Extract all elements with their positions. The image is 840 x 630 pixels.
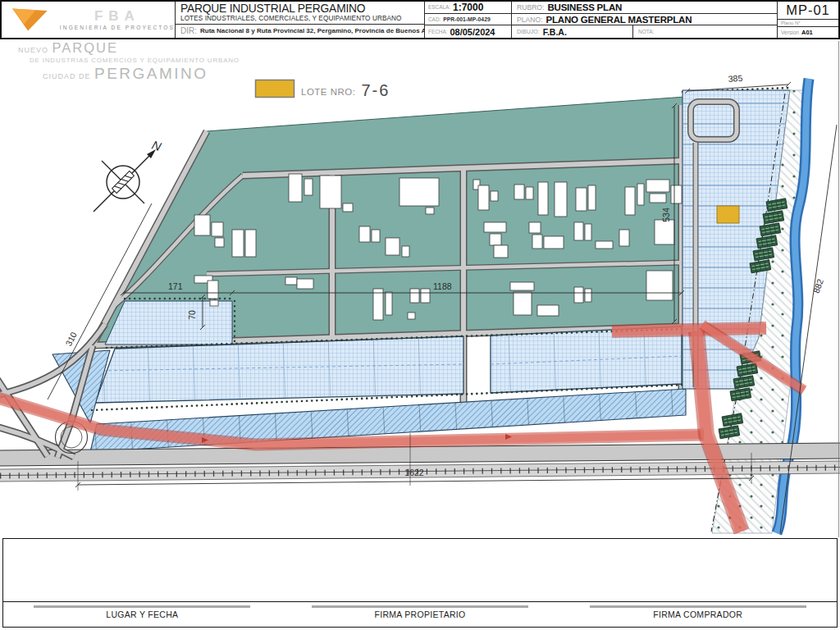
site-plan-drawing: 171 1188 70 310 385 534 882 1622 N bbox=[0, 0, 840, 630]
signature-label-buyer: FIRMA COMPRADOR bbox=[653, 609, 742, 619]
escala-value: 1:7000 bbox=[453, 2, 483, 13]
title-block: FBA INGENIERIA DE PROYECTOS PARQUE INDUS… bbox=[0, 0, 840, 39]
version-value: A01 bbox=[801, 29, 813, 36]
plan-block: RUBRO: BUSINESS PLAN PLANO: PLANO GENERA… bbox=[512, 2, 778, 38]
watermark-prefix-1: NUEVO bbox=[18, 46, 48, 54]
signature-label-owner: FIRMA PROPIETARIO bbox=[374, 609, 465, 619]
signature-box: LUGAR Y FECHA FIRMA PROPIETARIO FIRMA CO… bbox=[2, 538, 838, 628]
cad-label: CAD: bbox=[428, 16, 441, 22]
watermark-prefix-3: CIUDAD DE bbox=[43, 72, 91, 80]
escala-label: ESCALA: bbox=[428, 4, 450, 10]
fecha-label: FECHA: bbox=[428, 29, 447, 34]
dim-1622: 1622 bbox=[404, 468, 424, 477]
cad-value: PPR-001-MP-0429 bbox=[443, 16, 490, 22]
brand-tagline: INGENIERIA DE PROYECTOS bbox=[60, 25, 175, 30]
rubro-label: RUBRO: bbox=[517, 3, 544, 11]
plano-label: PLANO: bbox=[517, 16, 543, 24]
sheet-block: MP-01 Plano N° Version A01 bbox=[778, 2, 838, 38]
fecha-value: 08/05/2024 bbox=[450, 27, 495, 37]
project-block: PARQUE INDUSTRIAL PERGAMINO LOTES INDUST… bbox=[176, 2, 425, 38]
company-logo-icon bbox=[10, 4, 50, 35]
dim-70: 70 bbox=[187, 310, 197, 320]
dim-882: 882 bbox=[811, 277, 825, 294]
logo-block: FBA INGENIERIA DE PROYECTOS bbox=[2, 2, 176, 38]
signature-line bbox=[590, 605, 806, 608]
brand-name: FBA bbox=[94, 9, 140, 23]
watermark-big-3: PERGAMINO bbox=[94, 65, 208, 82]
project-title: PARQUE INDUSTRIAL PERGAMINO bbox=[180, 3, 365, 15]
watermark: NUEVO PARQUE DE INDUSTRIAS COMERCIOS Y E… bbox=[18, 41, 240, 82]
watermark-big-1: PARQUE bbox=[52, 40, 117, 55]
dir-value: Ruta Nacional 8 y Ruta Provincial 32, Pe… bbox=[200, 27, 424, 34]
dim-1188: 1188 bbox=[433, 281, 452, 291]
project-subtitle: LOTES INDUSTRIALES, COMERCIALES, Y EQUIP… bbox=[180, 15, 402, 22]
meta-block: ESCALA: 1:7000 CAD: PPR-001-MP-0429 FECH… bbox=[425, 2, 512, 38]
legend-swatch bbox=[254, 79, 295, 98]
signature-line bbox=[34, 605, 250, 608]
north-label: N bbox=[150, 138, 163, 154]
dibujo-label: DIBUJO: bbox=[517, 29, 540, 34]
sheet-code: MP-01 bbox=[778, 2, 838, 20]
plano-value: PLANO GENERAL MASTERPLAN bbox=[546, 15, 692, 25]
dim-171: 171 bbox=[168, 281, 183, 291]
masterplan-sheet: 171 1188 70 310 385 534 882 1622 N bbox=[0, 0, 840, 630]
signature-slot-owner: FIRMA PROPIETARIO bbox=[281, 602, 559, 627]
signature-blank-area bbox=[3, 539, 837, 601]
signature-slot-place-date: LUGAR Y FECHA bbox=[3, 602, 281, 627]
legend-value: 7-6 bbox=[361, 82, 390, 98]
dim-534: 534 bbox=[661, 208, 671, 222]
version-label: Version bbox=[781, 30, 799, 35]
watermark-line-2: DE INDUSTRIAS COMERCIOS Y EQUIPAMIENTO U… bbox=[30, 57, 240, 64]
nota-label: NOTA: bbox=[638, 29, 654, 34]
rubro-value: BUSINESS PLAN bbox=[547, 2, 622, 12]
legend-label: LOTE NRO: bbox=[301, 87, 355, 98]
dim-385: 385 bbox=[728, 73, 742, 84]
dibujo-value: F.B.A. bbox=[543, 27, 567, 37]
signature-line bbox=[312, 605, 528, 608]
lot-legend: LOTE NRO: 7-6 bbox=[254, 79, 390, 98]
signature-slot-buyer: FIRMA COMPRADOR bbox=[559, 602, 837, 627]
highlighted-lot-7-6 bbox=[717, 206, 739, 223]
sheet-number-label: Plano N° bbox=[778, 20, 838, 27]
dir-label: DIR: bbox=[180, 26, 197, 35]
signature-label-place-date: LUGAR Y FECHA bbox=[106, 609, 178, 619]
north-arrow-icon: N bbox=[94, 138, 163, 212]
